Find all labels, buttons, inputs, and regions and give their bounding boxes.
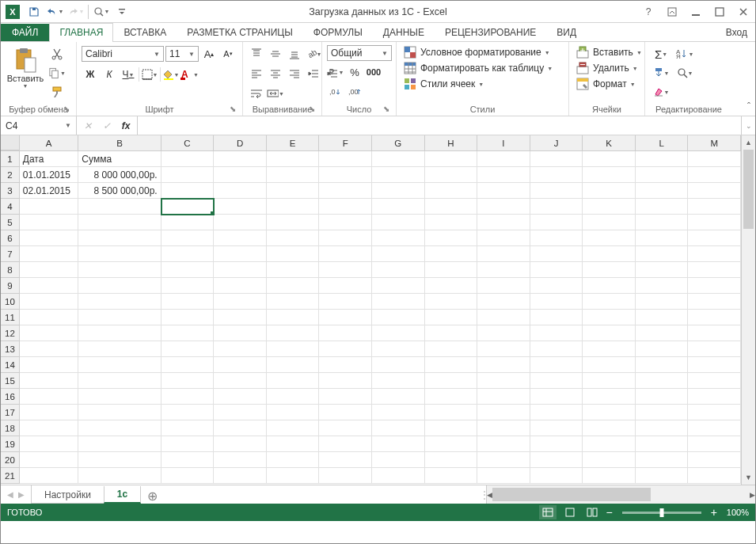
grid-cell[interactable]: [319, 373, 372, 389]
grid-cell[interactable]: [477, 341, 530, 357]
tab-insert[interactable]: ВСТАВКА: [113, 23, 177, 41]
grid-cell[interactable]: [530, 294, 583, 310]
grid-cell[interactable]: [530, 357, 583, 373]
number-launcher-icon[interactable]: ⬊: [382, 105, 391, 114]
grid-cell[interactable]: [319, 151, 372, 167]
grid-cell[interactable]: [583, 436, 636, 452]
zoom-in-icon[interactable]: +: [711, 506, 717, 519]
grid-cell[interactable]: [267, 262, 320, 278]
column-header[interactable]: F: [319, 135, 372, 150]
grid-cell[interactable]: [688, 405, 741, 420]
grid-cell[interactable]: 01.01.2015: [20, 167, 79, 183]
insert-cells-button[interactable]: Вставить▼: [574, 45, 644, 59]
grid-cell[interactable]: [425, 278, 478, 294]
grid-cell[interactable]: [20, 294, 79, 310]
grid-cell[interactable]: [161, 341, 215, 357]
grid-cell[interactable]: [319, 357, 372, 373]
scroll-right-icon[interactable]: ▶: [750, 488, 755, 502]
grid-cell[interactable]: [214, 278, 267, 294]
grid-cell[interactable]: [583, 325, 636, 341]
row-header[interactable]: 8: [1, 262, 20, 278]
grid-cell[interactable]: [161, 310, 215, 325]
grid-cell[interactable]: [477, 183, 530, 199]
row-header[interactable]: 5: [1, 215, 20, 230]
grid-cell[interactable]: [583, 294, 636, 310]
grid-cell[interactable]: [78, 246, 161, 262]
grid-cell[interactable]: [688, 151, 741, 167]
align-top-icon[interactable]: [248, 45, 265, 63]
grid-cell[interactable]: [372, 420, 425, 436]
grid-cell[interactable]: [78, 215, 161, 230]
grid-cell[interactable]: [477, 420, 530, 436]
grid-cell[interactable]: [636, 199, 689, 215]
row-header[interactable]: 4: [1, 199, 20, 215]
clear-icon[interactable]: ▼: [650, 83, 672, 101]
grid-cell[interactable]: [372, 341, 425, 357]
delete-cells-button[interactable]: Удалить▼: [574, 61, 640, 75]
grid-cell[interactable]: [688, 167, 741, 183]
help-icon[interactable]: ?: [636, 2, 660, 21]
grid-cell[interactable]: [583, 420, 636, 436]
qat-customize-icon[interactable]: [112, 2, 131, 21]
font-name-combo[interactable]: Calibri▼: [82, 46, 164, 62]
grid-cell[interactable]: [477, 357, 530, 373]
grid-cell[interactable]: [372, 357, 425, 373]
grid-cell[interactable]: [688, 310, 741, 325]
grid-cell[interactable]: [267, 167, 320, 183]
formula-input[interactable]: [138, 116, 741, 135]
grid-cell[interactable]: [425, 389, 478, 405]
grid-cell[interactable]: [214, 246, 267, 262]
grid-cell[interactable]: [425, 310, 478, 325]
grid-cell[interactable]: [161, 420, 215, 436]
grid-cell[interactable]: [636, 167, 689, 183]
grid-cell[interactable]: [530, 167, 583, 183]
grid-cell[interactable]: [78, 389, 161, 405]
fill-color-icon[interactable]: ▼: [162, 66, 180, 83]
grid-cell[interactable]: [161, 468, 215, 484]
grid-cell[interactable]: [161, 183, 215, 199]
find-icon[interactable]: ▼: [674, 64, 696, 82]
normal-view-icon[interactable]: [539, 505, 557, 519]
grid-cell[interactable]: [583, 468, 636, 484]
grid-cell[interactable]: [267, 357, 320, 373]
grid-cell[interactable]: 02.01.2015: [20, 183, 79, 199]
grid-cell[interactable]: [425, 436, 478, 452]
grid-cell[interactable]: [78, 468, 161, 484]
column-header[interactable]: H: [425, 135, 478, 150]
grid-cell[interactable]: [477, 151, 530, 167]
row-header[interactable]: 2: [1, 167, 20, 183]
zoom-out-icon[interactable]: −: [606, 506, 612, 519]
grid-cell[interactable]: [319, 278, 372, 294]
tab-view[interactable]: ВИД: [546, 23, 587, 41]
redo-icon[interactable]: ▼: [66, 2, 85, 21]
grid-cell[interactable]: [425, 199, 478, 215]
grid-cell[interactable]: [636, 405, 689, 420]
grid-cell[interactable]: [372, 373, 425, 389]
grid-cell[interactable]: [477, 310, 530, 325]
grid-cell[interactable]: [78, 420, 161, 436]
grid-cell[interactable]: [530, 389, 583, 405]
grid-cell[interactable]: [530, 230, 583, 246]
grid-cell[interactable]: [688, 246, 741, 262]
grid-cell[interactable]: [267, 183, 320, 199]
tab-review[interactable]: РЕЦЕНЗИРОВАНИЕ: [435, 23, 546, 41]
grid-cell[interactable]: [688, 230, 741, 246]
underline-button[interactable]: Ч▼: [120, 66, 137, 83]
grid-cell[interactable]: [688, 215, 741, 230]
grid-cell[interactable]: [583, 310, 636, 325]
grid-cell[interactable]: [267, 420, 320, 436]
new-sheet-icon[interactable]: ⊕: [141, 489, 163, 504]
grid-cell[interactable]: [530, 183, 583, 199]
decrease-decimal-icon[interactable]: ,00: [346, 83, 363, 101]
grid-cell[interactable]: [78, 373, 161, 389]
grid-cell[interactable]: [425, 151, 478, 167]
zoom-slider[interactable]: [622, 512, 701, 514]
grid-cell[interactable]: [636, 468, 689, 484]
grid-cell[interactable]: [372, 294, 425, 310]
grid-cell[interactable]: [319, 199, 372, 215]
grid-cell[interactable]: [372, 389, 425, 405]
grid-cell[interactable]: [267, 373, 320, 389]
paste-button[interactable]: Вставить ▼: [6, 45, 45, 90]
grid-cell[interactable]: [372, 468, 425, 484]
row-header[interactable]: 20: [1, 452, 20, 468]
